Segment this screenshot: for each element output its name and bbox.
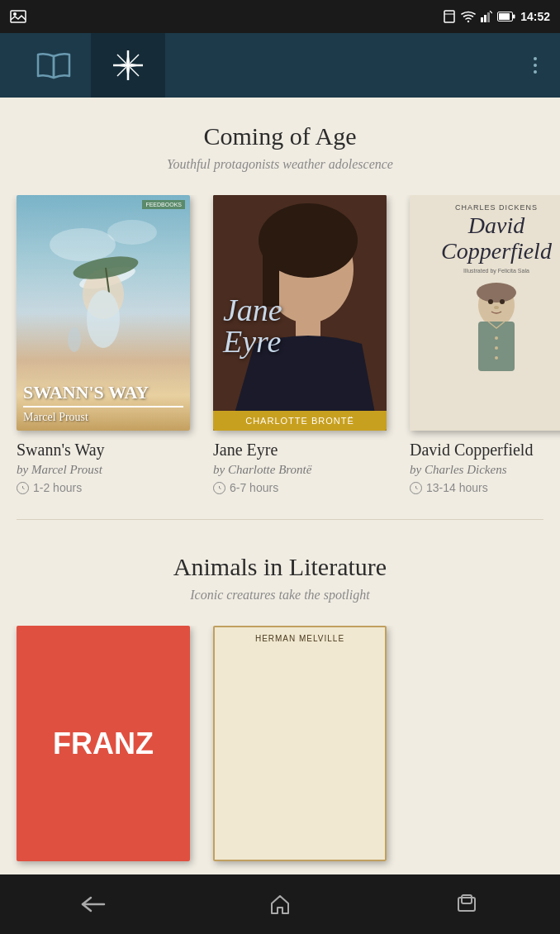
svg-point-27 [68, 327, 81, 352]
home-button[interactable] [255, 879, 305, 929]
section-divider [17, 519, 543, 520]
svg-rect-2 [444, 11, 454, 22]
david-title: David Copperfield [410, 441, 560, 460]
svg-rect-0 [11, 11, 26, 22]
jane-eyre-cover-title: JaneEyre [223, 294, 377, 357]
melville-author-cover: HERMAN MELVILLE [255, 634, 344, 643]
svg-line-47 [416, 488, 418, 488]
jane-eyre-time: 6-7 hours [213, 481, 395, 494]
book-cover-jane-eyre: JaneEyre Charlotte Brontë [213, 195, 387, 431]
svg-marker-17 [126, 65, 130, 79]
david-sub-label: Illustrated by Felicita Sala [463, 268, 529, 274]
home-icon [269, 893, 291, 915]
svg-rect-11 [513, 15, 515, 19]
recents-button[interactable] [442, 879, 491, 929]
franz-title-cover: FRANZ [53, 727, 154, 761]
jane-eyre-title-overlay: JaneEyre [213, 294, 387, 357]
clock-svg-3 [412, 484, 420, 492]
svg-marker-16 [126, 51, 130, 65]
svg-rect-5 [481, 17, 483, 22]
coming-of-age-section: Coming of Age Youthful protagonists weat… [0, 98, 560, 511]
book-item-melville[interactable]: HERMAN MELVILLE [213, 626, 395, 871]
svg-point-4 [467, 21, 469, 22]
swanns-way-time: 1-2 hours [17, 481, 198, 494]
swanns-way-title: Swann's Way [17, 441, 198, 460]
more-dot-2 [534, 64, 537, 67]
nav-discover-button[interactable] [91, 33, 165, 98]
cover-art-jane-eyre: JaneEyre Charlotte Brontë [213, 195, 387, 431]
clock-icon-3 [410, 482, 422, 494]
book-cover-franz: FRANZ [17, 626, 190, 861]
more-dot-1 [534, 57, 537, 60]
david-title-label: DavidCopperfield [441, 213, 552, 264]
section-subtitle-1: Youthful protagonists weather adolescenc… [17, 157, 543, 172]
svg-point-41 [494, 306, 499, 309]
image-icon [10, 10, 26, 23]
svg-line-29 [23, 488, 25, 488]
david-time-text: 13-14 hours [426, 481, 488, 494]
clock-icon-1 [17, 482, 29, 494]
swanns-way-time-text: 1-2 hours [33, 481, 82, 494]
top-nav [0, 33, 560, 98]
section-subtitle-2: Iconic creatures take the spotlight [17, 588, 543, 603]
swanns-way-author-cover: Marcel Proust [23, 411, 183, 424]
back-icon [81, 894, 106, 914]
david-illustration [447, 280, 546, 396]
feedbooks-badge: Feedbooks [142, 200, 185, 209]
swanns-way-title-cover: Swann's Way [23, 383, 183, 407]
svg-point-40 [500, 299, 505, 304]
bottom-nav [0, 874, 560, 934]
cover-art-melville: HERMAN MELVILLE [213, 626, 387, 861]
jane-eyre-band-text: Charlotte Brontë [220, 416, 380, 426]
david-author: by Charles Dickens [410, 463, 560, 477]
book-cover-melville: HERMAN MELVILLE [213, 626, 387, 861]
more-options-button[interactable] [527, 50, 543, 80]
book-item-franz[interactable]: FRANZ [17, 626, 198, 871]
svg-point-38 [477, 283, 516, 303]
star-compass-icon [112, 49, 145, 82]
book-item-swanns-way[interactable]: Feedbooks [17, 195, 198, 494]
section-title-1: Coming of Age [17, 122, 543, 150]
svg-point-21 [107, 220, 157, 245]
jane-eyre-title: Jane Eyre [213, 441, 395, 460]
cover-illustration [33, 212, 173, 377]
svg-line-36 [220, 488, 221, 488]
book-open-icon [35, 50, 73, 81]
cover-art-franz: FRANZ [17, 626, 190, 861]
svg-point-45 [495, 356, 498, 360]
back-button[interactable] [69, 879, 118, 929]
nav-library-button[interactable] [17, 50, 91, 81]
svg-rect-10 [499, 13, 510, 20]
book-cover-david: Charles Dickens DavidCopperfield Illustr… [410, 195, 560, 431]
recents-icon [456, 893, 477, 915]
jane-eyre-author-band: Charlotte Brontë [213, 411, 387, 431]
svg-line-8 [490, 11, 492, 13]
book-item-jane-eyre[interactable]: JaneEyre Charlotte Brontë Jane Eyre by C… [213, 195, 395, 494]
sim-icon [443, 10, 456, 23]
svg-marker-19 [128, 64, 142, 67]
wifi-icon [461, 11, 476, 22]
david-dickens-label: Charles Dickens [455, 203, 538, 212]
svg-rect-6 [484, 15, 486, 22]
cover-art-swanns-way: Feedbooks [17, 195, 190, 431]
clock-icon-2 [213, 482, 225, 494]
books-row-1: Feedbooks [0, 195, 560, 494]
svg-point-1 [13, 12, 17, 16]
battery-icon [497, 12, 515, 21]
book-cover-swanns-way: Feedbooks [17, 195, 190, 431]
book-item-david-copperfield[interactable]: Charles Dickens DavidCopperfield Illustr… [410, 195, 560, 494]
jane-eyre-author: by Charlotte Brontë [213, 463, 395, 477]
section-title-2: Animals in Literature [17, 553, 543, 581]
clock-svg [19, 484, 26, 492]
svg-rect-50 [462, 895, 472, 903]
signal-icon [481, 11, 492, 22]
clock-svg-2 [216, 484, 223, 492]
books-row-2: FRANZ HERMAN MELVILLE [0, 626, 560, 871]
swanns-way-author: by Marcel Proust [17, 463, 198, 477]
status-right-icons: 14:52 [443, 10, 550, 23]
svg-point-20 [50, 228, 116, 261]
status-time: 14:52 [520, 10, 550, 23]
svg-point-44 [495, 346, 498, 350]
main-content: Coming of Age Youthful protagonists weat… [0, 98, 560, 874]
status-left-icons [10, 10, 26, 23]
